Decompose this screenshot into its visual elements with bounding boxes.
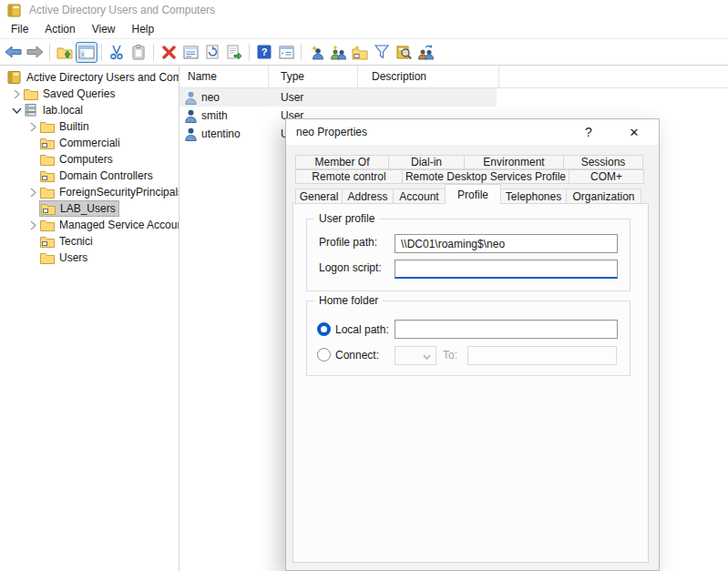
export-list-icon[interactable] bbox=[223, 42, 245, 63]
dialog-help-button[interactable]: ? bbox=[571, 119, 606, 145]
app-icon bbox=[7, 4, 21, 17]
tree-item-managed-service-accounts[interactable]: Managed Service Accounts bbox=[0, 217, 179, 233]
column-header-description[interactable]: Description bbox=[358, 66, 499, 87]
refresh-icon[interactable] bbox=[201, 42, 223, 63]
help-icon[interactable]: ? bbox=[253, 42, 275, 63]
tab-remote-desktop-services-profile[interactable]: Remote Desktop Services Profile bbox=[402, 169, 569, 184]
show-console-tree-icon[interactable] bbox=[76, 42, 97, 63]
refresh-users-icon[interactable] bbox=[415, 42, 436, 63]
tree-item-label: Tecnici bbox=[59, 235, 93, 248]
set-filter-icon[interactable] bbox=[371, 42, 393, 63]
folder-icon bbox=[40, 120, 55, 133]
tree-item-label: Computers bbox=[59, 153, 113, 166]
connect-radio[interactable] bbox=[317, 348, 331, 362]
new-user-icon[interactable] bbox=[305, 42, 327, 63]
tree-item-commerciali[interactable]: Commerciali bbox=[0, 135, 179, 151]
user-icon bbox=[185, 91, 197, 105]
user-profile-group-title: User profile bbox=[314, 212, 379, 225]
dialog-close-icon[interactable]: ✕ bbox=[617, 119, 651, 145]
connect-to-input[interactable] bbox=[467, 346, 617, 365]
tree-item-label: lab.local bbox=[43, 104, 83, 117]
tab-environment[interactable]: Environment bbox=[464, 155, 564, 169]
tab-dial-in[interactable]: Dial-in bbox=[388, 155, 465, 169]
new-group-icon[interactable] bbox=[327, 42, 349, 63]
toolbar-separator bbox=[153, 44, 154, 61]
properties-icon[interactable] bbox=[179, 42, 201, 63]
tab-sessions[interactable]: Sessions bbox=[563, 155, 643, 169]
local-path-radio[interactable] bbox=[317, 322, 331, 336]
local-path-input[interactable] bbox=[395, 320, 618, 339]
drive-letter-dropdown[interactable] bbox=[395, 346, 436, 365]
folder-icon bbox=[40, 251, 55, 264]
delete-icon[interactable] bbox=[158, 42, 179, 63]
column-header-name[interactable]: Name bbox=[179, 66, 269, 87]
menu-help[interactable]: Help bbox=[124, 21, 163, 37]
up-one-level-icon[interactable] bbox=[54, 42, 76, 63]
tree-item-foreign-security-principals[interactable]: ForeignSecurityPrincipals bbox=[0, 184, 179, 200]
tree-selection: LAB_Users bbox=[40, 201, 118, 216]
tree-item-saved-queries[interactable]: Saved Queries bbox=[0, 86, 179, 102]
user-icon bbox=[185, 127, 197, 141]
local-path-label: Local path: bbox=[335, 323, 389, 336]
tree-item-label: Domain Controllers bbox=[59, 169, 153, 182]
menu-bar: File Action View Help bbox=[0, 20, 728, 39]
tree-item-users[interactable]: Users bbox=[0, 250, 179, 266]
column-header-type[interactable]: Type bbox=[269, 66, 358, 87]
chevron-right-icon[interactable] bbox=[26, 220, 40, 230]
tree-item-root[interactable]: Active Directory Users and Computers bbox=[0, 69, 179, 86]
tree-item-label: Managed Service Accounts bbox=[59, 219, 179, 231]
list-cell-type: User bbox=[269, 91, 358, 104]
list-row-neo[interactable]: neo User bbox=[179, 88, 497, 107]
tab-com-plus[interactable]: COM+ bbox=[569, 169, 644, 184]
tab-remote-control[interactable]: Remote control bbox=[295, 169, 403, 184]
new-organizational-unit-icon[interactable] bbox=[349, 42, 371, 63]
back-icon[interactable] bbox=[2, 42, 24, 63]
folder-icon bbox=[24, 87, 38, 100]
chevron-right-icon[interactable] bbox=[26, 188, 40, 198]
tree-item-lab-local[interactable]: lab.local bbox=[0, 102, 179, 118]
find-icon[interactable] bbox=[393, 42, 415, 63]
menu-action[interactable]: Action bbox=[36, 21, 83, 37]
tree-item-label: Users bbox=[59, 251, 87, 264]
tab-profile[interactable]: Profile bbox=[445, 184, 501, 204]
toolbar-separator bbox=[101, 44, 102, 61]
tree-item-computers[interactable]: Computers bbox=[0, 151, 179, 168]
tree-item-builtin[interactable]: Builtin bbox=[0, 118, 179, 135]
tab-telephones[interactable]: Telephones bbox=[500, 189, 567, 204]
folder-icon bbox=[40, 186, 55, 199]
tab-address[interactable]: Address bbox=[342, 189, 394, 204]
list-cell-name: utentino bbox=[201, 127, 241, 140]
domain-icon bbox=[24, 104, 38, 117]
new-window-icon[interactable] bbox=[275, 42, 297, 63]
tab-member-of[interactable]: Member Of bbox=[295, 155, 389, 169]
tab-organization[interactable]: Organization bbox=[566, 189, 641, 204]
user-icon bbox=[185, 109, 197, 123]
window-titlebar: Active Directory Users and Computers bbox=[0, 0, 728, 20]
tree-item-tecnici[interactable]: Tecnici bbox=[0, 233, 179, 250]
tab-account[interactable]: Account bbox=[393, 189, 446, 204]
ou-folder-icon bbox=[40, 169, 55, 182]
paste-icon[interactable] bbox=[128, 42, 149, 63]
tree-item-label: LAB_Users bbox=[60, 202, 116, 215]
profile-path-input[interactable] bbox=[395, 234, 618, 253]
forward-icon[interactable] bbox=[24, 42, 46, 63]
svg-text:?: ? bbox=[261, 46, 268, 57]
cut-icon[interactable] bbox=[106, 42, 128, 63]
folder-icon bbox=[40, 153, 55, 166]
to-label: To: bbox=[443, 349, 457, 362]
menu-view[interactable]: View bbox=[84, 21, 124, 37]
list-cell-name: smith bbox=[201, 109, 228, 122]
tab-row-3: General Address Account Profile Telephon… bbox=[295, 184, 641, 204]
chevron-right-icon[interactable] bbox=[9, 89, 24, 99]
chevron-right-icon[interactable] bbox=[26, 122, 40, 132]
tab-row-2: Remote control Remote Desktop Services P… bbox=[295, 169, 644, 184]
ou-folder-icon bbox=[41, 202, 56, 215]
tree-item-lab-users[interactable]: LAB_Users bbox=[0, 200, 179, 217]
chevron-down-icon[interactable] bbox=[9, 107, 24, 114]
toolbar-separator bbox=[249, 44, 250, 61]
menu-file[interactable]: File bbox=[3, 21, 36, 37]
tree-item-domain-controllers[interactable]: Domain Controllers bbox=[0, 168, 179, 184]
tab-general[interactable]: General bbox=[295, 189, 343, 204]
logon-script-input[interactable] bbox=[395, 260, 618, 279]
folder-icon bbox=[40, 219, 55, 231]
